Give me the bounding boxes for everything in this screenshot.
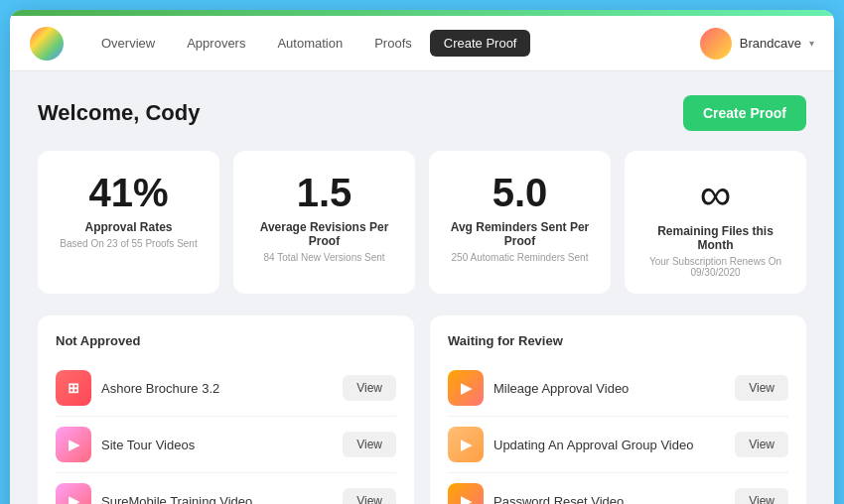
stat-label-approval: Approval Rates [56,220,202,234]
item-name: Password Reset Video [493,494,735,505]
list-item: ▶ Site Tour Videos View [56,417,396,473]
navbar-right: Brandcave ▾ [700,28,814,60]
nav-links: Overview Approvers Automation Proofs Cre… [87,30,700,57]
view-button[interactable]: View [735,488,788,504]
brand-name: Brandcave [740,36,801,51]
waiting-review-title: Waiting for Review [448,333,788,348]
stat-label-revisions: Average Revisions Per Proof [251,220,397,248]
stat-card-approval: 41% Approval Rates Based On 23 of 55 Pro… [38,151,219,294]
main-content: Welcome, Cody Create Proof 41% Approval … [10,71,834,504]
item-name: Ashore Brochure 3.2 [101,381,343,396]
nav-proofs[interactable]: Proofs [360,30,426,57]
not-approved-section: Not Approved ⊞ Ashore Brochure 3.2 View … [38,315,414,504]
stat-value-reminders: 5.0 [447,173,593,212]
video-icon: ▶ [448,483,484,504]
list-item: ▶ Password Reset Video View [448,473,788,504]
list-item: ⊞ Ashore Brochure 3.2 View [56,360,396,417]
view-button[interactable]: View [343,375,396,401]
list-item: ▶ SureMobile Training Video View [56,473,396,504]
stat-sub-revisions: 84 Total New Versions Sent [251,252,397,263]
view-button[interactable]: View [343,488,396,504]
stat-sub-approval: Based On 23 of 55 Proofs Sent [56,238,202,249]
stats-row: 41% Approval Rates Based On 23 of 55 Pro… [38,151,806,294]
video-icon: ▶ [56,427,91,462]
not-approved-title: Not Approved [56,333,396,348]
view-button[interactable]: View [735,432,788,457]
logo-icon[interactable] [30,27,64,61]
create-proof-button[interactable]: Create Proof [683,95,806,131]
file-icon: ⊞ [56,370,91,406]
nav-approvers[interactable]: Approvers [173,30,259,57]
stat-value-revisions: 1.5 [251,173,397,212]
stat-value-approval: 41% [56,173,202,212]
welcome-row: Welcome, Cody Create Proof [38,95,806,131]
welcome-title: Welcome, Cody [38,100,200,126]
list-item: ▶ Mileage Approval Video View [448,360,788,417]
view-button[interactable]: View [343,432,396,457]
stat-card-reminders: 5.0 Avg Reminders Sent Per Proof 250 Aut… [429,151,611,294]
nav-overview[interactable]: Overview [87,30,169,57]
navbar: Overview Approvers Automation Proofs Cre… [10,16,834,71]
stat-label-reminders: Avg Reminders Sent Per Proof [447,220,593,248]
item-name: Site Tour Videos [101,438,343,452]
stat-value-files: ∞ [642,173,788,216]
stat-sub-files: Your Subscription Renews On 09/30/2020 [642,256,788,278]
item-name: Mileage Approval Video [493,381,735,396]
nav-create-proof[interactable]: Create Proof [430,30,531,57]
item-name: SureMobile Training Video [101,494,343,505]
nav-automation[interactable]: Automation [263,30,356,57]
chevron-down-icon[interactable]: ▾ [809,38,814,49]
stat-label-files: Remaining Files this Month [642,224,788,252]
item-name: Updating An Approval Group Video [493,438,735,452]
video-icon: ▶ [448,427,484,462]
user-avatar [700,28,732,60]
waiting-review-section: Waiting for Review ▶ Mileage Approval Vi… [430,315,806,504]
view-button[interactable]: View [735,375,788,401]
stat-card-files: ∞ Remaining Files this Month Your Subscr… [625,151,806,294]
stat-sub-reminders: 250 Automatic Reminders Sent [447,252,593,263]
stat-card-revisions: 1.5 Average Revisions Per Proof 84 Total… [233,151,415,294]
app-window: Overview Approvers Automation Proofs Cre… [10,10,834,504]
video-icon: ▶ [56,483,91,504]
list-item: ▶ Updating An Approval Group Video View [448,417,788,473]
bottom-row: Not Approved ⊞ Ashore Brochure 3.2 View … [38,315,806,504]
video-icon: ▶ [448,370,484,406]
